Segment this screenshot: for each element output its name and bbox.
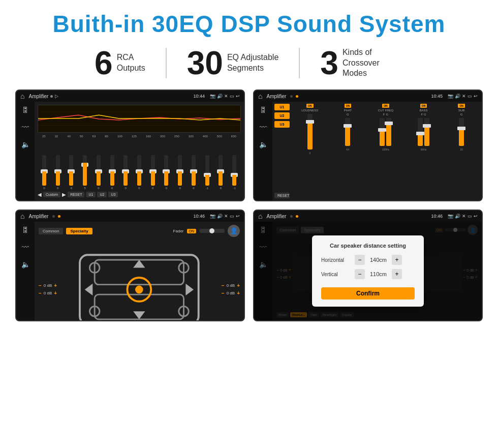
- horizontal-plus-btn[interactable]: +: [392, 255, 402, 265]
- eq-track-10[interactable]: [178, 155, 182, 186]
- channel-sub: ON SUB G 20: [443, 104, 480, 198]
- cutfreq-slider-g[interactable]: [386, 118, 391, 146]
- back-icon[interactable]: ↩: [236, 94, 240, 99]
- eq-slider-7: 0: [133, 155, 146, 190]
- reset-btn-1[interactable]: RESET: [68, 192, 84, 197]
- eq-icon-2[interactable]: 🎛: [260, 106, 267, 114]
- phat-slider[interactable]: [345, 118, 350, 146]
- bass-on[interactable]: ON: [420, 104, 427, 108]
- vol-right-bot-val: 0 dB: [227, 291, 235, 295]
- equalizer-icon[interactable]: 🎛: [22, 106, 29, 114]
- eq-track-1[interactable]: [56, 155, 60, 186]
- eq-track-14[interactable]: [232, 155, 236, 186]
- eq-slider-14: -1: [228, 155, 241, 190]
- eq-track-3[interactable]: [83, 155, 87, 186]
- u2-btn-1[interactable]: U2: [97, 192, 107, 197]
- vertical-minus-btn[interactable]: −: [355, 269, 365, 279]
- home-icon-4[interactable]: ⌂: [258, 212, 262, 220]
- vertical-plus-btn[interactable]: +: [392, 269, 402, 279]
- eq-track-11[interactable]: [192, 155, 196, 186]
- svg-marker-9: [133, 260, 145, 268]
- eq-track-7[interactable]: [137, 155, 141, 186]
- wave-icon-2[interactable]: 〰: [260, 123, 267, 131]
- loudness-on[interactable]: ON: [306, 104, 314, 108]
- channel-phat: ON PHAT G 64: [330, 104, 366, 198]
- cutfreq-slider-f[interactable]: [380, 118, 385, 146]
- eq-icon-3[interactable]: 🎛: [22, 226, 29, 234]
- vol-left-top-plus[interactable]: +: [54, 283, 57, 288]
- svg-point-8: [135, 286, 143, 294]
- horizontal-value: 140cm: [367, 257, 390, 263]
- freq-400: 400: [203, 135, 208, 138]
- eq-track-2[interactable]: [69, 155, 73, 186]
- eq-curve-display: [38, 105, 241, 133]
- u1-btn-1[interactable]: U1: [86, 192, 96, 197]
- tab-specialty[interactable]: Specialty: [66, 228, 92, 234]
- screen2-time: 10:45: [431, 94, 443, 99]
- eq-track-8[interactable]: [151, 155, 155, 186]
- vol-left-top-minus[interactable]: −: [39, 283, 42, 288]
- reset-btn-2[interactable]: RESET: [274, 193, 290, 198]
- preset-custom-btn[interactable]: Custom: [43, 192, 60, 197]
- horizontal-minus-btn[interactable]: −: [355, 255, 365, 265]
- fader-slider[interactable]: [199, 229, 225, 233]
- user-avatar[interactable]: 👤: [228, 225, 240, 237]
- phat-on[interactable]: ON: [345, 104, 352, 108]
- back-icon-3[interactable]: ↩: [236, 214, 240, 219]
- crossover-presets: U1 U2 U3 RESET: [274, 104, 290, 198]
- tab-common[interactable]: Common: [39, 228, 63, 234]
- eq-track-12[interactable]: [205, 155, 209, 186]
- eq-track-4[interactable]: [97, 155, 101, 186]
- speaker-icon-2[interactable]: 🔈: [259, 140, 268, 148]
- sub-slider[interactable]: [459, 118, 464, 146]
- eq-slider-13: 0: [214, 155, 228, 190]
- vol-right-bot-minus[interactable]: −: [222, 290, 225, 296]
- confirm-button[interactable]: Confirm: [321, 287, 415, 300]
- eq-track-13[interactable]: [219, 155, 223, 186]
- u3-btn-1[interactable]: U3: [108, 192, 118, 197]
- vol-right-top-row: − 0 dB +: [222, 283, 240, 288]
- eq-left-sidebar: 🎛 〰 🔈: [16, 102, 35, 200]
- back-icon-4[interactable]: ↩: [474, 214, 478, 219]
- u3-preset[interactable]: U3: [274, 121, 290, 128]
- status-bar-1: ⌂ Amplifier ▷ 10:44 📷 🔊 ✕ ▭ ↩: [16, 91, 244, 102]
- x-icon-3: ✕: [224, 214, 228, 219]
- u1-preset[interactable]: U1: [274, 104, 290, 110]
- wave-icon-3[interactable]: 〰: [22, 243, 29, 251]
- vol-left-bot-val: 0 dB: [44, 291, 52, 295]
- prev-btn[interactable]: ◀: [38, 192, 42, 197]
- eq-track-6[interactable]: [123, 155, 128, 186]
- eq-track-0[interactable]: [42, 155, 46, 186]
- vol-right-bot-plus[interactable]: +: [237, 290, 240, 296]
- loudness-slider[interactable]: [307, 114, 313, 150]
- home-icon-3[interactable]: ⌂: [20, 212, 24, 220]
- bass-slider-f[interactable]: [418, 118, 423, 146]
- eq-track-9[interactable]: [164, 155, 168, 186]
- back-icon-2[interactable]: ↩: [474, 94, 478, 99]
- vol-right-top-minus[interactable]: −: [222, 283, 225, 288]
- screen1-title: Amplifier: [28, 94, 48, 99]
- screen3-content: 🎛 〰 🔈 Common Specialty Fader ON: [16, 222, 244, 320]
- play-status-icon: ▷: [55, 94, 58, 99]
- svg-marker-12: [186, 284, 194, 295]
- vol-left-bot-minus[interactable]: −: [39, 290, 42, 296]
- sub-on[interactable]: ON: [458, 104, 465, 108]
- play-btn[interactable]: ▶: [62, 192, 66, 197]
- fader-on-btn[interactable]: ON: [187, 229, 197, 233]
- u2-preset[interactable]: U2: [274, 112, 290, 119]
- speaker-sidebar: 🎛 〰 🔈: [16, 222, 35, 320]
- cutfreq-on[interactable]: ON: [382, 104, 389, 108]
- vol-right-top-plus[interactable]: +: [237, 283, 240, 288]
- vol-left-bot-plus[interactable]: +: [54, 290, 57, 296]
- eq-slider-0: 0: [38, 155, 51, 190]
- screen-eq: ⌂ Amplifier ▷ 10:44 📷 🔊 ✕ ▭ ↩ 🎛 〰 🔈: [15, 89, 245, 201]
- eq-slider-5: 0: [106, 155, 119, 190]
- home-icon[interactable]: ⌂: [20, 92, 24, 100]
- vol-left-top-val: 0 dB: [44, 283, 52, 288]
- speaker-icon-3[interactable]: 🔈: [21, 260, 30, 268]
- speaker-icon[interactable]: 🔈: [21, 140, 30, 148]
- wave-icon[interactable]: 〰: [22, 123, 29, 131]
- eq-track-5[interactable]: [110, 155, 114, 186]
- bass-slider-g[interactable]: [424, 118, 429, 146]
- home-icon-2[interactable]: ⌂: [258, 92, 262, 100]
